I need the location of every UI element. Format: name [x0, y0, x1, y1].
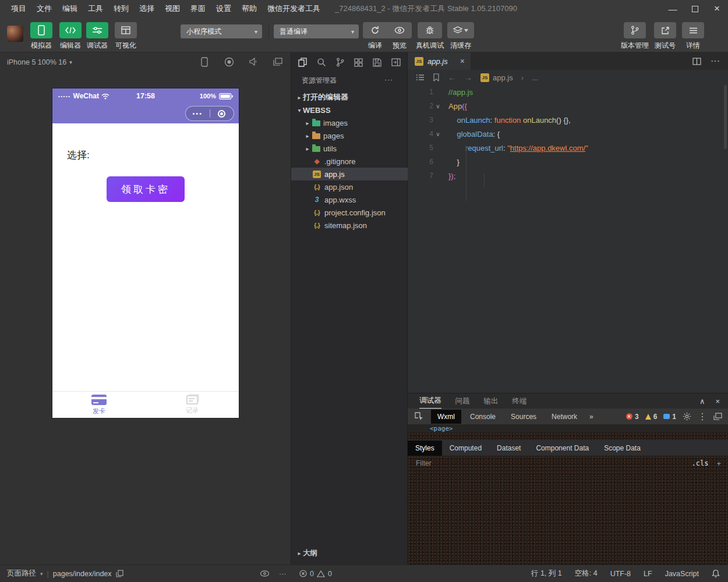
- compile-button[interactable]: [363, 26, 387, 35]
- code-line-5[interactable]: 5 request_url: "https://app.dkewl.com/": [408, 141, 728, 155]
- styles-tab-computed[interactable]: Computed: [442, 441, 489, 456]
- fold-icon[interactable]: ∨: [433, 103, 443, 109]
- collapse-panel-icon[interactable]: ∧: [699, 397, 705, 406]
- more-actions-icon[interactable]: ···: [279, 570, 287, 578]
- float-window-icon[interactable]: [272, 56, 284, 68]
- devtools-tab-console[interactable]: Console: [464, 410, 502, 424]
- code-line-7[interactable]: 7});: [408, 169, 728, 183]
- visualizer-toggle-button[interactable]: 可视化: [112, 22, 139, 51]
- mode-select[interactable]: 小程序模式 ▾: [181, 24, 262, 38]
- list-icon[interactable]: [416, 74, 425, 81]
- simulator-toggle-button[interactable]: 模拟器: [28, 22, 55, 51]
- get-card-button[interactable]: 领取卡密: [107, 176, 185, 202]
- debugger-tab-输出[interactable]: 输出: [484, 393, 499, 409]
- details-button[interactable]: 详情: [674, 22, 712, 51]
- devtools-tab-wxml[interactable]: Wxml: [431, 410, 461, 424]
- menu-item-4[interactable]: 转到: [108, 3, 134, 14]
- breadcrumb-more[interactable]: ...: [532, 73, 538, 82]
- eye-icon[interactable]: [260, 570, 270, 577]
- menu-item-1[interactable]: 文件: [31, 3, 57, 14]
- more-menu-button[interactable]: •••: [186, 110, 210, 117]
- tab-jilu[interactable]: 记录: [146, 392, 239, 418]
- outline-section[interactable]: ▸ 大纲: [291, 547, 408, 559]
- menu-item-10[interactable]: 微信开发者工具: [262, 3, 326, 14]
- tree-item-utils[interactable]: ▸utils: [291, 142, 408, 155]
- filter-input[interactable]: [415, 459, 589, 468]
- dock-panel-icon[interactable]: [390, 56, 401, 69]
- menu-item-6[interactable]: 视图: [160, 3, 185, 14]
- editor-tab-appjs[interactable]: JS app.js ×: [408, 52, 471, 70]
- project-root-section[interactable]: ▾ WEBSS: [291, 104, 408, 116]
- code-line-3[interactable]: 3 onLaunch: function onLaunch() {},: [408, 113, 728, 127]
- tree-item-images[interactable]: ▸images: [291, 116, 408, 129]
- mute-icon[interactable]: [248, 56, 259, 68]
- page-path-value[interactable]: pages/index/index: [53, 570, 112, 578]
- tab-faka[interactable]: 发卡: [52, 392, 146, 418]
- menu-item-9[interactable]: 帮助: [236, 3, 262, 14]
- record-icon[interactable]: [223, 56, 235, 68]
- search-icon[interactable]: [316, 56, 327, 69]
- device-select[interactable]: iPhone 5 100% 16 ▾: [7, 58, 72, 66]
- styles-tab-scope-data[interactable]: Scope Data: [596, 441, 648, 456]
- more-tabs-icon[interactable]: »: [586, 413, 597, 421]
- files-icon[interactable]: [297, 56, 308, 69]
- extensions-icon[interactable]: [353, 56, 364, 69]
- menu-item-2[interactable]: 编辑: [57, 3, 83, 14]
- bookmark-icon[interactable]: [433, 73, 440, 81]
- close-button[interactable]: ×: [706, 0, 728, 17]
- bell-icon[interactable]: [712, 569, 720, 578]
- open-editors-section[interactable]: ▸ 打开的编辑器: [291, 91, 408, 104]
- warning-badge[interactable]: 6: [645, 413, 658, 421]
- device-debug-button[interactable]: [418, 22, 442, 38]
- tree-item-project.config.json[interactable]: {..}project.config.json: [291, 206, 408, 219]
- inspect-icon[interactable]: [415, 412, 424, 421]
- code-line-6[interactable]: 6 }: [408, 155, 728, 169]
- cls-toggle[interactable]: .cls: [692, 459, 709, 467]
- clear-cache-button[interactable]: [447, 22, 474, 38]
- save-icon[interactable]: [372, 56, 383, 69]
- elements-tree-strip[interactable]: <page>: [408, 424, 728, 432]
- debugger-tab-调试器[interactable]: 调试器: [419, 393, 441, 409]
- encoding[interactable]: UTF-8: [610, 570, 631, 578]
- debugger-tab-问题[interactable]: 问题: [455, 393, 470, 409]
- menu-item-3[interactable]: 工具: [83, 3, 108, 14]
- eol[interactable]: LF: [644, 570, 652, 578]
- source-control-icon[interactable]: [334, 56, 345, 69]
- tree-item-app.wxss[interactable]: 3app.wxss: [291, 193, 408, 206]
- popout-icon[interactable]: [713, 413, 722, 420]
- styles-tab-dataset[interactable]: Dataset: [489, 441, 528, 456]
- problems-indicator[interactable]: 0 0: [299, 570, 332, 578]
- close-tab-icon[interactable]: ×: [460, 56, 465, 66]
- close-panel-icon[interactable]: ×: [715, 397, 720, 406]
- compile-mode-select[interactable]: 普通编译 ▾: [274, 24, 359, 38]
- user-avatar[interactable]: [7, 26, 23, 42]
- code-line-2[interactable]: 2∨App({: [408, 99, 728, 113]
- preview-button[interactable]: [387, 27, 412, 34]
- debugger-tab-终端[interactable]: 终端: [513, 393, 527, 409]
- fold-icon[interactable]: ∨: [433, 131, 443, 137]
- more-actions-icon[interactable]: ···: [711, 56, 720, 66]
- maximize-button[interactable]: [684, 0, 706, 17]
- menu-item-7[interactable]: 界面: [185, 3, 211, 14]
- styles-tab-component-data[interactable]: Component Data: [528, 441, 596, 456]
- split-editor-icon[interactable]: [692, 58, 701, 65]
- copy-icon[interactable]: [116, 570, 123, 577]
- rotate-device-icon[interactable]: [199, 56, 210, 68]
- menu-item-0[interactable]: 项目: [6, 3, 31, 14]
- home-button[interactable]: [210, 110, 234, 118]
- kebab-menu-icon[interactable]: ⋮: [698, 411, 707, 422]
- tree-item-app.json[interactable]: {..}app.json: [291, 180, 408, 193]
- menu-item-5[interactable]: 选择: [134, 3, 160, 14]
- styles-tab-styles[interactable]: Styles: [408, 441, 442, 456]
- indentation[interactable]: 空格: 4: [575, 569, 598, 579]
- breadcrumb-file[interactable]: JS app.js: [480, 73, 513, 82]
- gear-icon[interactable]: [683, 412, 691, 421]
- tree-item-.gitignore[interactable]: ◆.gitignore: [291, 155, 408, 168]
- editor-scrollbar[interactable]: [724, 85, 727, 149]
- page-path-label[interactable]: 页面路径: [7, 569, 36, 579]
- devtools-tab-network[interactable]: Network: [545, 410, 584, 424]
- minimize-button[interactable]: —: [662, 0, 684, 17]
- more-actions-icon[interactable]: ···: [384, 76, 393, 86]
- editor-toggle-button[interactable]: 编辑器: [57, 22, 84, 51]
- code-line-4[interactable]: 4∨ globalData: {: [408, 127, 728, 141]
